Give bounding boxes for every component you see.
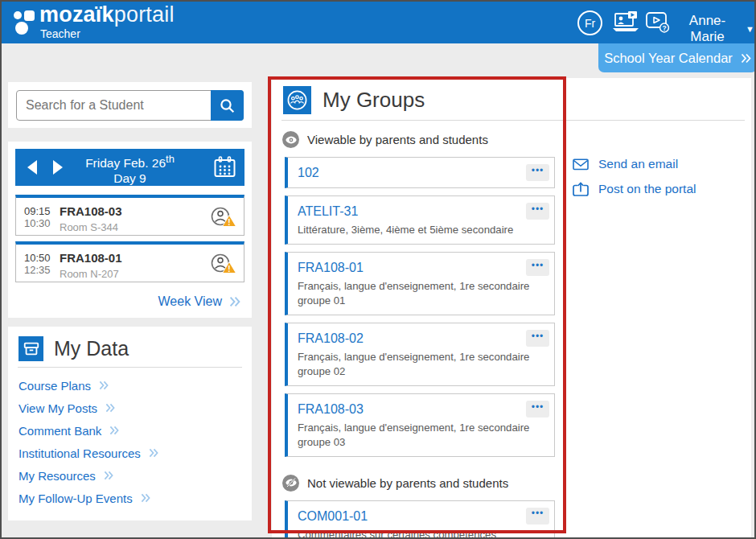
- next-day-arrow[interactable]: [53, 160, 63, 175]
- group-card[interactable]: COM001-01 ••• Commentaires sur certaines…: [285, 500, 555, 539]
- group-link[interactable]: FRA108-02: [298, 331, 364, 346]
- viewable-groups-list: 102 ••• ATELIT-31 ••• Littérature, 3ième…: [285, 157, 555, 457]
- brand-light: portail: [114, 2, 175, 27]
- schedule-card[interactable]: 10:50 12:35 FRA108-01 Room N-207 !: [15, 241, 244, 282]
- user-name: Anne-Marie: [675, 13, 740, 45]
- week-view-link[interactable]: Week View: [158, 294, 240, 309]
- day-schedule-panel: Friday Feb. 26th Day 9 09:15: [8, 142, 252, 318]
- attendance-warning-icon[interactable]: !: [210, 206, 237, 228]
- more-options-button[interactable]: •••: [526, 401, 549, 418]
- my-data-panel: My Data Course Plans View My Posts Comme…: [8, 327, 252, 520]
- svg-text:!: !: [228, 264, 230, 273]
- group-link[interactable]: 102: [298, 166, 319, 180]
- my-groups-panel: My Groups Viewable by parents and studen…: [272, 78, 751, 539]
- room-label: Room N-207: [60, 268, 210, 280]
- date-suffix: th: [166, 153, 175, 165]
- day-header: Friday Feb. 26th Day 9: [15, 149, 244, 186]
- more-options-button[interactable]: •••: [526, 259, 549, 276]
- end-time: 10:30: [24, 217, 60, 229]
- course-code: FRA108-03: [60, 204, 210, 218]
- start-time: 10:50: [24, 252, 60, 264]
- calendar-icon[interactable]: [214, 156, 236, 181]
- end-time: 12:35: [24, 264, 60, 276]
- post-upload-icon: [573, 182, 589, 197]
- brand-bold: mozaïk: [39, 2, 114, 27]
- divider: [281, 120, 745, 121]
- previous-day-arrow[interactable]: [27, 160, 37, 175]
- room-label: Room S-344: [60, 221, 210, 233]
- group-card[interactable]: FRA108-01 ••• Français, langue d'enseign…: [285, 252, 555, 315]
- group-card[interactable]: FRA108-02 ••• Français, langue d'enseign…: [285, 323, 555, 386]
- group-quick-actions: Send an email Post on the portal: [573, 155, 696, 205]
- group-card[interactable]: 102 •••: [285, 157, 555, 188]
- my-resources-link[interactable]: My Resources: [18, 469, 96, 483]
- group-description: Commentaires sur certaines compétences: [298, 528, 546, 539]
- eye-icon: [282, 131, 299, 148]
- view-my-posts-link[interactable]: View My Posts: [18, 401, 97, 415]
- brand-title: mozaïkportail: [39, 2, 175, 27]
- svg-text:!: !: [228, 217, 230, 226]
- ellipsis-icon: •••: [532, 260, 544, 271]
- more-options-button[interactable]: •••: [526, 330, 549, 347]
- course-plans-link[interactable]: Course Plans: [18, 379, 91, 393]
- attendance-warning-icon[interactable]: !: [210, 253, 237, 274]
- send-email-link[interactable]: Send an email: [598, 157, 678, 171]
- viewable-label: Viewable by parents and students: [307, 133, 488, 146]
- ellipsis-icon: •••: [532, 401, 544, 413]
- app-window: mozaïkportail Teacher Fr ? Anne-Marie: [0, 0, 756, 539]
- topbar: mozaïkportail Teacher Fr ? Anne-Marie: [2, 2, 754, 43]
- institutional-resources-link[interactable]: Institutional Resources: [18, 446, 141, 460]
- group-description: Français, langue d'enseignement, 1re sec…: [298, 421, 546, 449]
- double-chevron-icon: [229, 296, 240, 307]
- group-link[interactable]: ATELIT-31: [298, 204, 358, 219]
- role-label: Teacher: [40, 27, 80, 40]
- school-year-calendar-label: School Year Calendar: [604, 51, 733, 66]
- double-chevron-icon: [149, 448, 158, 458]
- more-options-button[interactable]: •••: [526, 164, 549, 181]
- comment-bank-link[interactable]: Comment Bank: [18, 424, 101, 438]
- search-icon: [220, 98, 235, 113]
- mozaik-logo-icon: [12, 9, 39, 36]
- virtual-class-icon[interactable]: [611, 11, 640, 35]
- start-time: 09:15: [24, 205, 60, 217]
- my-groups-title: My Groups: [323, 88, 425, 113]
- ellipsis-icon: •••: [532, 508, 544, 519]
- schedule-card[interactable]: 09:15 10:30 FRA108-03 Room S-344 !: [15, 195, 244, 236]
- group-link[interactable]: FRA108-01: [298, 261, 364, 275]
- ellipsis-icon: •••: [532, 204, 544, 215]
- group-description: Français, langue d'enseignement, 1re sec…: [298, 279, 546, 307]
- ellipsis-icon: •••: [532, 331, 544, 342]
- help-videos-icon[interactable]: ?: [646, 11, 670, 35]
- chevron-down-icon: ▼: [746, 24, 754, 34]
- school-year-calendar-button[interactable]: School Year Calendar: [598, 43, 756, 72]
- post-on-portal-link[interactable]: Post on the portal: [598, 182, 696, 196]
- ellipsis-icon: •••: [532, 165, 544, 176]
- not-viewable-groups-list: COM001-01 ••• Commentaires sur certaines…: [285, 500, 555, 539]
- course-code: FRA108-01: [60, 251, 210, 265]
- search-button[interactable]: [211, 90, 244, 121]
- group-link[interactable]: FRA108-03: [298, 402, 364, 417]
- group-link[interactable]: COM001-01: [298, 509, 368, 524]
- period-times: 10:50 12:35: [24, 250, 60, 276]
- svg-text:?: ?: [662, 24, 666, 32]
- email-icon: [573, 158, 589, 171]
- week-view-label: Week View: [158, 294, 222, 309]
- viewable-section-label: Viewable by parents and students: [282, 131, 751, 148]
- language-toggle-button[interactable]: Fr: [577, 10, 602, 35]
- user-menu[interactable]: Anne-Marie ▼: [675, 13, 754, 45]
- double-chevron-icon: [141, 493, 150, 503]
- double-chevron-icon: [109, 426, 119, 435]
- group-card[interactable]: ATELIT-31 ••• Littérature, 3ième, 4ième …: [285, 195, 555, 245]
- my-follow-up-events-link[interactable]: My Follow-Up Events: [18, 492, 133, 505]
- eye-off-icon: [282, 475, 299, 492]
- archive-box-icon: [18, 336, 43, 361]
- search-input[interactable]: [16, 90, 244, 121]
- date-text: Friday Feb. 26: [85, 156, 166, 170]
- groups-icon: [283, 86, 311, 114]
- more-options-button[interactable]: •••: [526, 508, 549, 525]
- double-chevron-icon: [99, 381, 109, 390]
- not-viewable-section-label: Not viewable by parents and students: [282, 475, 751, 492]
- more-options-button[interactable]: •••: [526, 203, 549, 220]
- group-description: Français, langue d'enseignement, 1re sec…: [298, 350, 546, 378]
- group-card[interactable]: FRA108-03 ••• Français, langue d'enseign…: [285, 393, 555, 457]
